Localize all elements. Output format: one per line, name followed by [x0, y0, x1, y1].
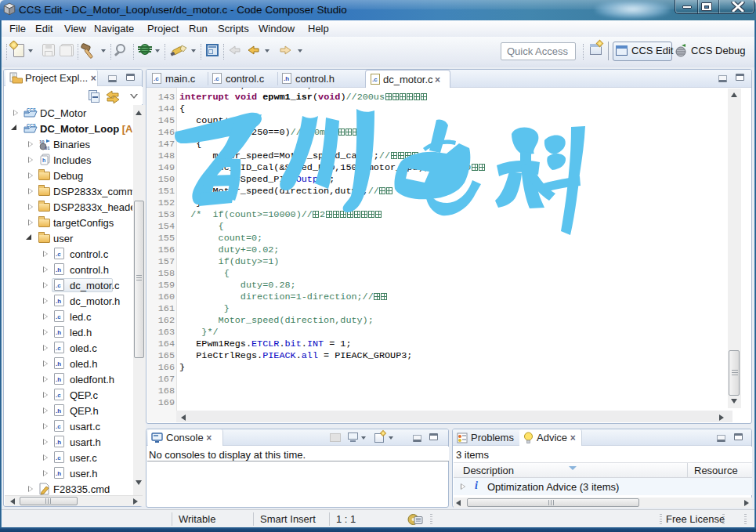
svg-text:01: 01 — [45, 146, 50, 150]
svg-text:h: h — [42, 157, 45, 163]
